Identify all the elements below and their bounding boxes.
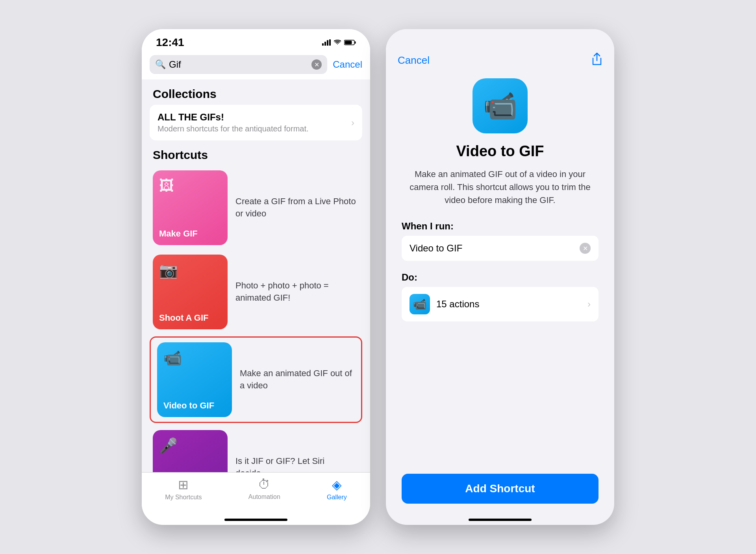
- shortcut-card-pronounce-gif: 🎤 Pronounce GIF: [153, 430, 228, 472]
- home-indicator-right: [469, 519, 532, 521]
- shortcut-row-video-gif[interactable]: 📹 Video to GIF Make an animated GIF out …: [150, 336, 362, 423]
- share-button[interactable]: [591, 53, 602, 68]
- signal-icon: [322, 39, 331, 46]
- shortcuts-section: Shortcuts 🖼 Make GIF Create a GIF from a…: [142, 140, 370, 472]
- search-input-wrap[interactable]: 🔍 Gif ✕: [150, 55, 327, 74]
- actions-app-icon: 📹: [410, 294, 430, 314]
- cancel-button[interactable]: Cancel: [398, 54, 430, 66]
- when-i-run-value[interactable]: Video to GIF: [410, 243, 462, 254]
- make-gif-label: Make GIF: [159, 229, 221, 239]
- video-gif-label: Video to GIF: [163, 401, 226, 411]
- tab-bar: ⊞ My Shortcuts ⏱ Automation ◈ Gallery: [142, 472, 370, 515]
- nav-bar: Cancel: [386, 29, 614, 74]
- phone-left: 12:41 🔍 Gif ✕: [142, 29, 370, 525]
- scroll-content: Collections ALL THE GIFs! Modern shortcu…: [142, 79, 370, 472]
- tab-automation[interactable]: ⏱ Automation: [248, 477, 280, 500]
- make-gif-desc: Create a GIF from a Live Photo or video: [235, 196, 359, 220]
- actions-count: 15 actions: [436, 299, 479, 309]
- tab-my-shortcuts[interactable]: ⊞ My Shortcuts: [165, 477, 202, 501]
- search-clear-button[interactable]: ✕: [311, 59, 322, 70]
- shoot-gif-icon: 📷: [159, 262, 221, 279]
- shoot-gif-label: Shoot A GIF: [159, 313, 221, 323]
- tab-gallery[interactable]: ◈ Gallery: [327, 477, 347, 501]
- shortcut-card-shoot-gif: 📷 Shoot A GIF: [153, 255, 228, 329]
- automation-label: Automation: [248, 493, 280, 500]
- app-icon-video-sym: 📹: [483, 90, 517, 122]
- when-i-run-field[interactable]: Video to GIF ✕: [402, 236, 598, 261]
- collection-title: ALL THE GIFs!: [158, 112, 309, 123]
- actions-chevron-icon: ›: [587, 299, 591, 310]
- detail-description: Make an animated GIF out of a video in y…: [402, 168, 598, 207]
- home-indicator: [224, 519, 287, 521]
- wifi-icon: [334, 40, 341, 45]
- pronounce-gif-icon: 🎤: [159, 437, 221, 454]
- text-field-clear-button[interactable]: ✕: [580, 243, 591, 254]
- search-icon: 🔍: [155, 59, 166, 70]
- actions-card[interactable]: 📹 15 actions ›: [402, 287, 598, 321]
- collection-subtitle: Modern shortcuts for the antiquated form…: [158, 124, 309, 133]
- share-icon: [591, 53, 602, 65]
- gallery-label: Gallery: [327, 494, 347, 501]
- collection-chevron-icon: ›: [351, 117, 354, 128]
- shortcut-card-make-gif: 🖼 Make GIF: [153, 170, 228, 245]
- svg-rect-0: [322, 43, 324, 46]
- search-bar-area: 🔍 Gif ✕ Cancel: [142, 52, 370, 79]
- svg-rect-6: [355, 41, 356, 44]
- svg-rect-1: [324, 42, 326, 46]
- svg-rect-5: [345, 41, 352, 44]
- shortcut-card-video-gif: 📹 Video to GIF: [157, 342, 232, 417]
- status-icons: [322, 39, 356, 46]
- my-shortcuts-label: My Shortcuts: [165, 494, 202, 501]
- do-label: Do:: [402, 272, 417, 283]
- search-cancel-button[interactable]: Cancel: [333, 59, 362, 70]
- when-i-run-label: When I run:: [402, 221, 454, 232]
- actions-text: 15 actions: [436, 299, 581, 310]
- add-shortcut-button[interactable]: Add Shortcut: [402, 474, 598, 504]
- svg-rect-2: [327, 40, 328, 46]
- app-icon-large: 📹: [472, 78, 528, 133]
- pronounce-gif-desc: Is it JIF or GIF? Let Siri decide...: [235, 455, 359, 472]
- battery-icon: [344, 39, 356, 46]
- make-gif-icon: 🖼: [159, 177, 221, 194]
- status-bar: 12:41: [142, 29, 370, 52]
- gallery-icon: ◈: [332, 477, 342, 492]
- actions-video-icon: 📹: [413, 298, 427, 311]
- search-input[interactable]: Gif: [169, 59, 308, 70]
- shoot-gif-desc: Photo + photo + photo = animated GIF!: [235, 280, 359, 304]
- collection-item[interactable]: ALL THE GIFs! Modern shortcuts for the a…: [150, 105, 362, 140]
- collections-header: Collections: [142, 79, 370, 105]
- video-gif-icon: 📹: [163, 349, 226, 367]
- shortcut-row-pronounce-gif[interactable]: 🎤 Pronounce GIF Is it JIF or GIF? Let Si…: [142, 425, 370, 472]
- detail-content: 📹 Video to GIF Make an animated GIF out …: [386, 74, 614, 515]
- my-shortcuts-icon: ⊞: [178, 477, 189, 492]
- shortcut-row-shoot-gif[interactable]: 📷 Shoot A GIF Photo + photo + photo = an…: [142, 250, 370, 334]
- status-time: 12:41: [156, 36, 184, 49]
- shortcut-row-make-gif[interactable]: 🖼 Make GIF Create a GIF from a Live Phot…: [142, 166, 370, 250]
- shortcuts-header: Shortcuts: [142, 140, 370, 166]
- video-gif-desc: Make an animated GIF out of a video: [240, 367, 355, 392]
- automation-icon: ⏱: [258, 477, 271, 492]
- svg-rect-3: [329, 39, 331, 46]
- phone-right: Cancel 📹 Video to GIF Make an animated G…: [386, 29, 614, 525]
- collection-info: ALL THE GIFs! Modern shortcuts for the a…: [158, 112, 309, 133]
- detail-title: Video to GIF: [456, 143, 544, 160]
